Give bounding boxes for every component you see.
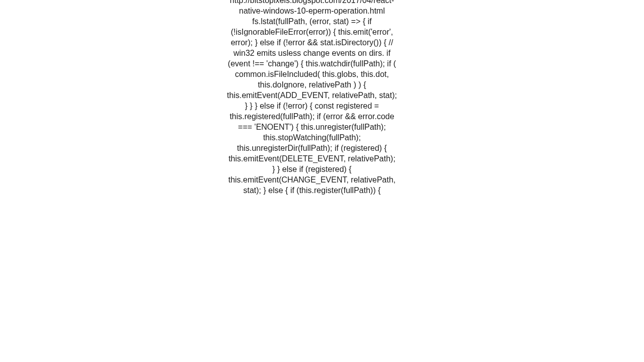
code-text-block: = path.join(path.relative(this.root, dir… <box>226 0 397 196</box>
viewport: = path.join(path.relative(this.root, dir… <box>0 0 644 362</box>
